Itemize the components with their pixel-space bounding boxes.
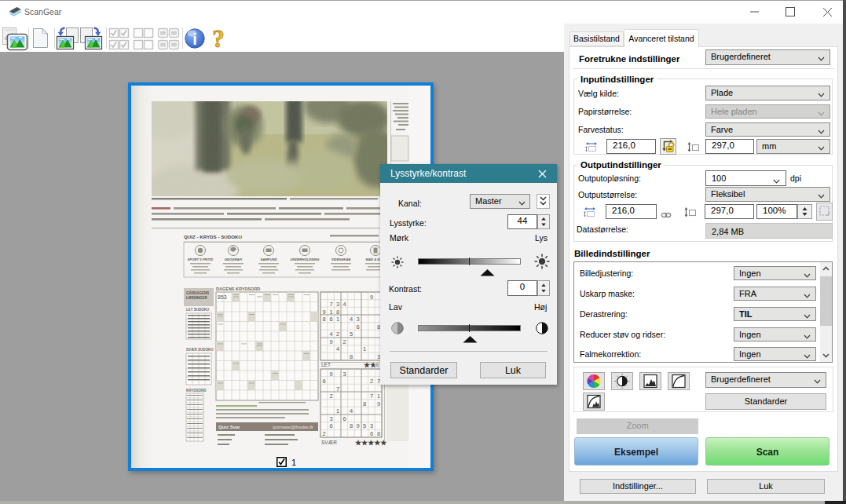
- svg-text:6: 6: [329, 422, 332, 429]
- svg-text:?: ?: [212, 25, 225, 52]
- svg-text:★★★★★: ★★★★★: [355, 439, 387, 447]
- svg-text:9: 9: [329, 338, 332, 345]
- svg-text:SVÆR SUDOKU: SVÆR SUDOKU: [186, 348, 214, 352]
- svg-text:1: 1: [336, 407, 339, 415]
- svg-text:4: 4: [342, 301, 346, 308]
- svg-text:SAMFUND: SAMFUND: [261, 257, 277, 261]
- svg-text:5: 5: [363, 422, 366, 429]
- svg-text:quizmaster@jfmedier.dk: quizmaster@jfmedier.dk: [273, 425, 313, 429]
- svg-text:6: 6: [322, 378, 325, 385]
- svg-text:1: 1: [329, 309, 332, 316]
- svg-text:GEOGRAFI: GEOGRAFI: [225, 257, 243, 261]
- svg-text:QUIZ - KRYDS - SUDOKU: QUIZ - KRYDS - SUDOKU: [184, 234, 243, 239]
- svg-text:8: 8: [363, 400, 366, 407]
- svg-text:SVÆR: SVÆR: [321, 440, 337, 445]
- svg-text:3: 3: [336, 301, 339, 308]
- svg-text:KRYDSORD: KRYDSORD: [186, 389, 207, 393]
- svg-text:3: 3: [342, 371, 346, 378]
- svg-text:SPORT 5 FRITID: SPORT 5 FRITID: [188, 257, 214, 261]
- svg-text:9: 9: [370, 294, 373, 301]
- svg-text:7: 7: [336, 385, 339, 393]
- svg-text:7: 7: [370, 393, 373, 400]
- svg-text:4: 4: [336, 345, 339, 352]
- svg-text:2: 2: [329, 393, 332, 400]
- svg-text:853: 853: [218, 294, 227, 300]
- svg-text:4: 4: [350, 316, 353, 323]
- svg-text:2: 2: [370, 378, 373, 385]
- svg-text:UNDERHOLDNING: UNDERHOLDNING: [290, 257, 320, 261]
- svg-text:2: 2: [336, 331, 339, 338]
- svg-text:6: 6: [370, 430, 373, 437]
- svg-text:LØSNINGER: LØSNINGER: [186, 296, 208, 300]
- svg-text:9: 9: [356, 422, 359, 429]
- svg-text:3: 3: [329, 415, 332, 422]
- svg-text:6: 6: [356, 323, 359, 331]
- svg-text:2: 2: [322, 430, 325, 437]
- svg-text:1: 1: [377, 393, 380, 400]
- svg-text:9: 9: [329, 371, 332, 378]
- svg-text:3: 3: [356, 316, 359, 323]
- svg-text:9: 9: [322, 309, 325, 316]
- svg-text:6: 6: [329, 316, 332, 323]
- svg-text:GÅRDAGENS: GÅRDAGENS: [186, 290, 209, 295]
- svg-text:1: 1: [363, 345, 366, 352]
- svg-text:6: 6: [342, 415, 346, 422]
- svg-text:7: 7: [329, 301, 332, 308]
- svg-text:8: 8: [350, 422, 353, 429]
- svg-text:9: 9: [377, 400, 380, 407]
- svg-text:DAGENS KRYDSORD: DAGENS KRYDSORD: [216, 287, 260, 291]
- svg-text:4: 4: [329, 331, 332, 338]
- svg-text:VIDENSKAB: VIDENSKAB: [331, 257, 351, 261]
- svg-text:i: i: [192, 31, 197, 48]
- svg-text:8: 8: [322, 316, 325, 323]
- svg-text:8: 8: [377, 430, 380, 437]
- svg-text:3: 3: [370, 422, 373, 429]
- svg-text:LET: LET: [321, 362, 331, 367]
- svg-text:8: 8: [350, 353, 353, 360]
- svg-text:8: 8: [336, 309, 339, 316]
- svg-text:LET SUDOKU: LET SUDOKU: [186, 308, 209, 312]
- svg-text:Quiz Svar: Quiz Svar: [218, 425, 240, 429]
- svg-text:4: 4: [350, 407, 353, 415]
- svg-text:2: 2: [342, 338, 346, 345]
- svg-text:5: 5: [350, 331, 353, 338]
- svg-text:1: 1: [336, 316, 339, 323]
